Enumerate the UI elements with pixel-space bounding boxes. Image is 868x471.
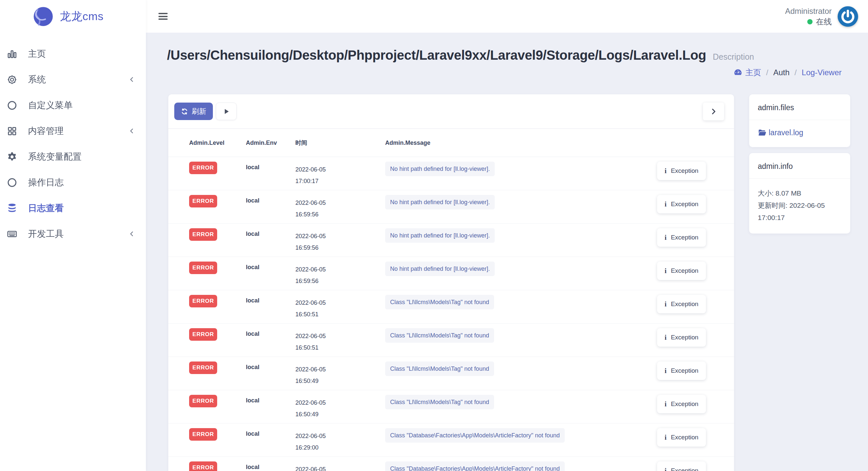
info-icon: i (665, 367, 667, 375)
level-badge: ERROR (189, 362, 217, 374)
log-time: 16:59:56 (296, 242, 385, 254)
log-date: 2022-06-05 (296, 231, 385, 242)
exception-button-label: Exception (671, 167, 699, 174)
exception-button[interactable]: i Exception (657, 362, 706, 380)
time-cell: 2022-06-05 16:50:51 (296, 328, 385, 354)
breadcrumb-home-link[interactable]: 主页 (734, 67, 761, 78)
online-status-label: 在线 (816, 16, 832, 27)
log-table-body: ERROR local 2022-06-05 17:00:17 No hint … (168, 157, 734, 471)
power-avatar[interactable] (838, 6, 858, 27)
log-time: 17:00:17 (296, 175, 385, 187)
log-message-link[interactable]: Class "Database\Factories\App\Models\Art… (385, 428, 565, 443)
sidebar-item-content-manage[interactable]: 内容管理 (0, 118, 146, 144)
exception-button[interactable]: i Exception (657, 195, 706, 213)
time-cell: 2022-06-05 17:00:17 (296, 162, 385, 187)
exception-button[interactable]: i Exception (657, 462, 706, 471)
exception-button[interactable]: i Exception (657, 262, 706, 280)
grid-icon (7, 126, 18, 137)
sidebar-item-dev-tools[interactable]: 开发工具 (0, 221, 146, 247)
info-icon: i (665, 400, 667, 408)
log-date: 2022-06-05 (296, 331, 385, 342)
file-size: 大小: 8.07 MB (758, 187, 842, 199)
exception-button[interactable]: i Exception (657, 162, 706, 180)
exception-button-label: Exception (671, 300, 699, 308)
col-admin-level: Admin.Level (189, 139, 246, 146)
exception-button[interactable]: i Exception (657, 228, 706, 247)
log-date: 2022-06-05 (296, 197, 385, 209)
files-card-title: admin.files (749, 94, 850, 120)
col-time: 时间 (296, 139, 385, 147)
dashboard-icon (734, 68, 742, 77)
online-dot-icon (807, 19, 812, 24)
env-cell: local (246, 428, 296, 437)
refresh-button[interactable]: 刷新 (174, 103, 213, 120)
exception-button[interactable]: i Exception (657, 295, 706, 313)
time-cell: 2022-06-05 16:50:49 (296, 362, 385, 387)
level-badge: ERROR (189, 462, 217, 471)
table-row: ERROR local 2022-06-05 16:59:56 No hint … (168, 190, 734, 224)
info-icon: i (665, 333, 667, 342)
sidebar-item-log-viewer[interactable]: 日志查看 (0, 195, 146, 221)
page-subtitle: Description (713, 52, 754, 62)
env-cell: local (246, 162, 296, 171)
exception-button[interactable]: i Exception (657, 395, 706, 413)
log-time: 16:59:56 (296, 209, 385, 220)
log-message-link[interactable]: No hint path defined for [ll.log-viewer]… (385, 262, 495, 276)
level-badge: ERROR (189, 295, 217, 307)
log-message-link[interactable]: No hint path defined for [ll.log-viewer]… (385, 228, 495, 243)
hamburger-menu-icon[interactable] (158, 11, 168, 22)
time-cell: 2022-06-05 (296, 462, 385, 471)
exception-button[interactable]: i Exception (657, 328, 706, 347)
log-time: 16:59:56 (296, 275, 385, 287)
table-row: ERROR local 2022-06-05 16:59:56 No hint … (168, 257, 734, 290)
log-file-link[interactable]: laravel.log (758, 128, 842, 137)
log-message-link[interactable]: No hint path defined for [ll.log-viewer]… (385, 162, 495, 176)
log-message-link[interactable]: Class "Ll\llcms\Models\Tag" not found (385, 295, 494, 309)
table-row: ERROR local 2022-06-05 16:59:56 No hint … (168, 224, 734, 257)
log-message-link[interactable]: Class "Database\Factories\App\Models\Art… (385, 462, 565, 471)
log-table-header: Admin.Level Admin.Env 时间 Admin.Message (168, 129, 734, 157)
time-cell: 2022-06-05 16:59:56 (296, 195, 385, 220)
breadcrumb-auth: Auth (773, 68, 789, 77)
circle-icon (7, 177, 18, 188)
dragon-swirl-logo-icon (32, 6, 54, 27)
time-cell: 2022-06-05 16:59:56 (296, 228, 385, 254)
env-cell: local (246, 262, 296, 271)
refresh-icon (181, 108, 188, 115)
play-icon (222, 107, 230, 115)
level-badge: ERROR (189, 262, 217, 274)
env-cell: local (246, 395, 296, 404)
refresh-button-label: 刷新 (192, 106, 206, 116)
sidebar-item-system[interactable]: 系统 (0, 67, 146, 92)
log-message-link[interactable]: No hint path defined for [ll.log-viewer]… (385, 195, 495, 209)
log-message-link[interactable]: Class "Ll\llcms\Models\Tag" not found (385, 395, 494, 409)
online-status: 在线 (785, 16, 832, 27)
log-date: 2022-06-05 (296, 364, 385, 375)
file-updated-time: 更新时间: 2022-06-05 17:00:17 (758, 199, 842, 224)
database-icon (7, 203, 18, 214)
info-icon: i (665, 267, 667, 275)
breadcrumb: 主页 / Auth / Log-Viewer (167, 67, 842, 78)
user-meta: Administrator 在线 (785, 6, 832, 27)
table-row: ERROR local 2022-06-05 16:50:49 Class "L… (168, 357, 734, 390)
topbar: Administrator 在线 (146, 0, 868, 33)
brand[interactable]: 龙龙cms (0, 0, 146, 33)
sidebar-item-system-vars[interactable]: 系统变量配置 (0, 144, 146, 170)
next-page-button[interactable] (703, 103, 724, 121)
log-date: 2022-06-05 (296, 464, 385, 471)
log-date: 2022-06-05 (296, 164, 385, 175)
log-message-link[interactable]: Class "Ll\llcms\Models\Tag" not found (385, 362, 494, 376)
tail-play-button[interactable] (216, 103, 237, 120)
table-row: ERROR local 2022-06-05 Class "Database\F… (168, 457, 734, 471)
time-cell: 2022-06-05 16:29:00 (296, 428, 385, 453)
gear-icon (7, 74, 18, 85)
log-date: 2022-06-05 (296, 297, 385, 309)
sidebar-item-custom-menu[interactable]: 自定义菜单 (0, 92, 146, 118)
breadcrumb-log-viewer-link[interactable]: Log-Viewer (802, 68, 842, 77)
info-icon: i (665, 234, 667, 242)
info-icon: i (665, 433, 667, 442)
exception-button[interactable]: i Exception (657, 428, 706, 447)
sidebar-item-operation-logs[interactable]: 操作日志 (0, 170, 146, 195)
sidebar-item-home[interactable]: 主页 (0, 41, 146, 67)
log-message-link[interactable]: Class "Ll\llcms\Models\Tag" not found (385, 328, 494, 343)
